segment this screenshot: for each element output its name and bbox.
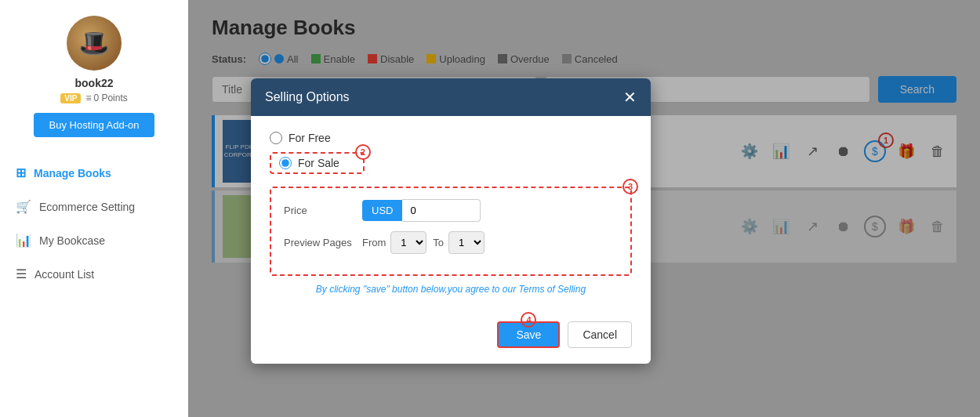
cancel-button[interactable]: Cancel xyxy=(568,321,632,348)
options-box: 3 Price USD Preview Pages From 1 xyxy=(270,187,632,276)
avatar: 🎩 xyxy=(67,16,122,71)
modal-close-button[interactable]: ✕ xyxy=(623,89,637,105)
main-content: Manage Books Status: All Enable Disable … xyxy=(188,0,980,417)
selling-options-modal: Selling Options ✕ For Free For Sale 2 xyxy=(251,78,651,364)
price-label: Price xyxy=(284,205,362,216)
sidebar-item-bookcase[interactable]: 📊 My Bookcase xyxy=(0,223,188,257)
modal-body: For Free For Sale 2 3 Price USD xyxy=(251,116,651,321)
vip-row: VIP ≡ 0 Points xyxy=(60,92,128,103)
for-sale-radio[interactable] xyxy=(279,157,292,169)
to-page-select[interactable]: 1 xyxy=(448,231,485,254)
sidebar-item-manage-books[interactable]: ⊞ Manage Books xyxy=(0,156,188,190)
points-label: ≡ 0 Points xyxy=(85,92,127,103)
modal-title: Selling Options xyxy=(265,90,350,104)
sidebar-item-account[interactable]: ☰ Account List xyxy=(0,257,188,291)
manage-books-icon: ⊞ xyxy=(16,165,26,180)
account-icon: ☰ xyxy=(16,267,27,281)
sidebar-item-manage-books-label: Manage Books xyxy=(34,167,111,179)
modal-footer: Save 4 Cancel xyxy=(251,321,651,364)
points-text: 0 Points xyxy=(93,92,127,103)
to-label: To xyxy=(433,237,444,248)
for-free-option[interactable]: For Free xyxy=(270,132,632,144)
preview-label: Preview Pages xyxy=(284,237,362,248)
vip-badge: VIP xyxy=(60,93,81,103)
username-label: book22 xyxy=(74,77,113,89)
modal-overlay: Selling Options ✕ For Free For Sale 2 xyxy=(188,0,980,417)
sidebar: 🎩 book22 VIP ≡ 0 Points Buy Hosting Add-… xyxy=(0,0,188,417)
sidebar-nav: ⊞ Manage Books 🛒 Ecommerce Setting 📊 My … xyxy=(0,156,188,291)
price-row: Price USD xyxy=(284,199,618,222)
for-free-radio[interactable] xyxy=(270,132,282,144)
sidebar-item-bookcase-label: My Bookcase xyxy=(39,234,105,247)
price-input[interactable] xyxy=(402,199,481,222)
sidebar-item-account-label: Account List xyxy=(34,268,94,281)
points-icon: ≡ xyxy=(85,92,91,103)
terms-text: By clicking "save" button below,you agre… xyxy=(270,284,632,295)
usd-button[interactable]: USD xyxy=(362,200,402,221)
from-page-select[interactable]: 1 xyxy=(390,231,426,254)
sidebar-item-ecommerce-label: Ecommerce Setting xyxy=(39,201,135,213)
badge-4: 4 xyxy=(521,312,536,328)
for-sale-option[interactable]: For Sale xyxy=(279,157,339,169)
badge-3: 3 xyxy=(622,179,638,194)
ecommerce-icon: 🛒 xyxy=(16,199,31,214)
preview-pages-row: Preview Pages From 1 To 1 xyxy=(284,231,618,254)
modal-header: Selling Options ✕ xyxy=(251,78,651,116)
badge-2: 2 xyxy=(355,144,371,160)
for-free-label: For Free xyxy=(289,132,331,144)
bookcase-icon: 📊 xyxy=(16,233,31,248)
sidebar-item-ecommerce[interactable]: 🛒 Ecommerce Setting xyxy=(0,190,188,223)
buy-hosting-button[interactable]: Buy Hosting Add-on xyxy=(34,113,155,137)
for-sale-label: For Sale xyxy=(298,157,339,169)
from-label: From xyxy=(362,237,386,248)
